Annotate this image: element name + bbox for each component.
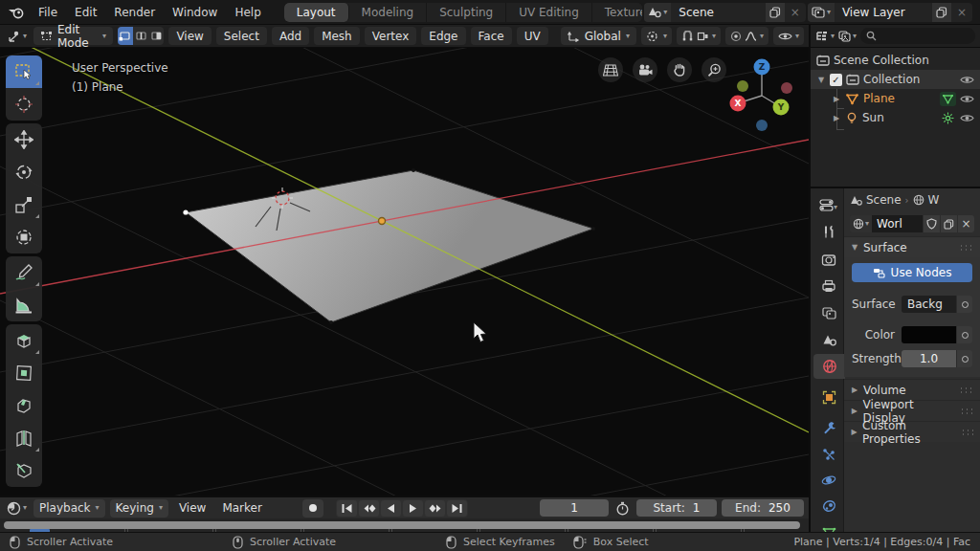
tool-inset-faces[interactable]: [6, 357, 42, 389]
eye-icon[interactable]: [960, 113, 974, 123]
breadcrumb-world[interactable]: W: [928, 193, 940, 207]
tab-object-icon[interactable]: [813, 385, 844, 409]
view-layer-remove-icon[interactable]: ×: [951, 6, 972, 19]
tab-modifiers-icon[interactable]: [813, 415, 844, 440]
surface-socket-button[interactable]: [956, 296, 972, 313]
tool-select-box[interactable]: [6, 55, 42, 88]
tool-measure[interactable]: [6, 289, 42, 321]
world-name-field[interactable]: Worl: [872, 215, 923, 232]
tool-knife[interactable]: [6, 454, 42, 487]
surface-value-dropdown[interactable]: Backg: [902, 296, 956, 313]
editor-type-3dview-icon[interactable]: ▾: [5, 30, 29, 43]
tool-annotate[interactable]: [6, 256, 42, 289]
menu-file[interactable]: File: [31, 4, 65, 21]
panel-drag-handle[interactable]: [959, 386, 973, 394]
snap-magnet-icon[interactable]: [681, 31, 694, 42]
gizmo-axis-neg-z[interactable]: [756, 120, 768, 131]
frame-start-field[interactable]: Start: 1: [636, 499, 717, 517]
menu-face[interactable]: Face: [471, 27, 512, 45]
tab-scene-icon[interactable]: [813, 327, 844, 352]
tab-output-icon[interactable]: [813, 274, 844, 298]
pan-view-icon[interactable]: [667, 57, 692, 82]
panel-expand-icon[interactable]: ▶: [851, 386, 858, 394]
pivot-point-dropdown[interactable]: ▾: [641, 27, 672, 45]
strength-socket-button[interactable]: [956, 350, 972, 367]
color-socket-button[interactable]: [956, 326, 972, 343]
tab-layout[interactable]: Layout: [284, 3, 349, 22]
panel-expand-icon[interactable]: ▶: [851, 407, 858, 415]
tab-world-icon[interactable]: [813, 354, 845, 379]
tab-modeling[interactable]: Modeling: [349, 3, 428, 22]
menu-view[interactable]: View: [168, 27, 211, 45]
gizmo-axis-neg-y[interactable]: [737, 80, 748, 92]
tab-physics-icon[interactable]: [813, 468, 844, 493]
panel-collapse-icon[interactable]: ▼: [851, 243, 858, 252]
transform-orientation-dropdown[interactable]: Global ▾: [561, 27, 636, 45]
collection-checkbox[interactable]: ✓: [830, 74, 842, 86]
face-select-mode-icon[interactable]: [148, 27, 164, 45]
outliner-row-collection[interactable]: ▼ ✓ Collection: [811, 70, 980, 89]
proportional-editing-icon[interactable]: [730, 31, 742, 42]
menu-edit[interactable]: Edit: [67, 4, 104, 21]
prev-keyframe-button[interactable]: [359, 500, 379, 517]
timeline-horizontal-scrollbar[interactable]: [4, 521, 800, 529]
custom-properties-panel-header[interactable]: ▶ Custom Properties: [844, 421, 980, 442]
menu-marker[interactable]: Marker: [216, 501, 267, 515]
tab-uv-editing[interactable]: UV Editing: [506, 3, 592, 22]
tab-view-layer-icon[interactable]: [813, 300, 844, 325]
menu-render[interactable]: Render: [106, 4, 163, 21]
tool-cursor[interactable]: [6, 88, 42, 121]
editor-type-properties-icon[interactable]: ▾: [813, 192, 844, 217]
menu-playback[interactable]: Playback ▾: [33, 499, 105, 518]
tab-texture-paint[interactable]: Texture Paint: [592, 3, 642, 22]
expand-collapse-icon[interactable]: ▶: [832, 95, 841, 103]
menu-vertex[interactable]: Vertex: [365, 27, 417, 45]
panel-drag-handle[interactable]: [959, 244, 973, 252]
outliner-row-sun[interactable]: ▶ Sun: [811, 108, 980, 127]
menu-window[interactable]: Window: [165, 4, 225, 21]
view-layer-datablock-icon[interactable]: ▾: [808, 3, 835, 22]
outliner-search-input[interactable]: [860, 28, 975, 44]
falloff-curve-icon[interactable]: [745, 31, 757, 42]
tab-tool-icon[interactable]: [813, 219, 844, 244]
copy-datablock-icon[interactable]: [940, 215, 957, 232]
menu-timeline-view[interactable]: View: [173, 501, 212, 515]
tool-bevel[interactable]: [6, 389, 42, 422]
menu-edge[interactable]: Edge: [421, 27, 465, 45]
panel-expand-icon[interactable]: ▶: [851, 428, 858, 436]
snap-target-icon[interactable]: [697, 31, 709, 42]
blender-logo-icon[interactable]: [8, 6, 25, 19]
scene-name[interactable]: Scene: [671, 6, 766, 19]
outliner-row-scene-collection[interactable]: Scene Collection: [811, 51, 980, 70]
eye-icon[interactable]: [960, 75, 974, 85]
sun-data-icon[interactable]: [940, 112, 956, 124]
vertex-select-mode-icon[interactable]: [118, 27, 133, 45]
gizmo-axis-x[interactable]: X: [730, 96, 746, 112]
viewport-canvas[interactable]: [0, 48, 809, 496]
strength-value-field[interactable]: 1.0: [902, 350, 956, 367]
menu-help[interactable]: Help: [227, 4, 268, 21]
selected-vertex[interactable]: [183, 209, 188, 214]
view-layer-copy-icon[interactable]: [932, 3, 951, 22]
jump-to-end-button[interactable]: [447, 500, 467, 517]
scene-copy-icon[interactable]: [766, 3, 785, 22]
editor-type-timeline-icon[interactable]: ▾: [5, 501, 29, 516]
next-keyframe-button[interactable]: [425, 500, 445, 517]
outliner-display-mode-icon[interactable]: ▾: [838, 31, 857, 42]
tab-constraints-icon[interactable]: [813, 494, 844, 518]
menu-uv[interactable]: UV: [517, 27, 548, 45]
breadcrumb-scene[interactable]: Scene: [866, 193, 902, 207]
gizmo-axis-neg-x[interactable]: [781, 82, 792, 94]
menu-add[interactable]: Add: [272, 27, 309, 45]
tab-sculpting[interactable]: Sculpting: [427, 3, 506, 22]
tool-extrude-region[interactable]: [6, 324, 42, 357]
scene-datablock-icon[interactable]: ▾: [644, 3, 671, 22]
mode-dropdown[interactable]: Edit Mode ▾: [33, 27, 113, 45]
tool-rotate[interactable]: [6, 156, 42, 188]
fake-user-shield-icon[interactable]: [923, 215, 940, 232]
view-layer-name[interactable]: View Layer: [835, 6, 932, 19]
play-reverse-button[interactable]: [381, 500, 401, 517]
gizmo-axis-z[interactable]: Z: [754, 59, 770, 76]
tab-render-icon[interactable]: [813, 248, 844, 273]
surface-panel-header[interactable]: ▼ Surface: [844, 236, 980, 257]
